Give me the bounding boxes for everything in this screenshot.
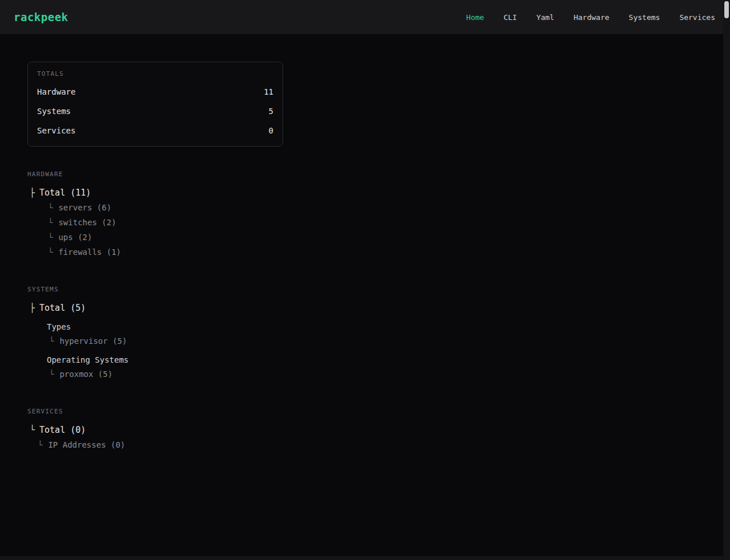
systems-group-types-title: Types: [47, 322, 703, 331]
totals-row-value: 5: [269, 107, 273, 116]
services-heading: SERVICES: [27, 408, 703, 415]
tree-leaf-icon: └: [38, 440, 42, 449]
tree-item-label: servers (6): [58, 203, 111, 212]
nav-links: Home CLI Yaml Hardware Systems Services: [466, 13, 715, 22]
tree-item-label: ups (2): [58, 233, 92, 242]
totals-row-label: Systems: [37, 107, 71, 116]
systems-group-types-items: └hypervisor (5): [49, 334, 703, 348]
tree-item-label: proxmox (5): [59, 370, 112, 379]
nav-item-hardware[interactable]: Hardware: [574, 13, 610, 22]
tree-leaf-icon: └: [48, 218, 53, 227]
top-navbar: rackpeek Home CLI Yaml Hardware Systems …: [0, 0, 730, 34]
hardware-total-label: Total (11): [39, 188, 91, 198]
tree-item-label: IP Addresses (0): [48, 440, 125, 449]
systems-total: ├Total (5): [27, 302, 703, 315]
nav-item-yaml[interactable]: Yaml: [537, 13, 554, 22]
hardware-item-ups: └ups (2): [48, 230, 703, 245]
systems-heading: SYSTEMS: [27, 286, 703, 293]
main-content: TOTALS Hardware 11 Systems 5 Services 0 …: [0, 34, 730, 506]
vertical-scrollbar[interactable]: [723, 0, 730, 560]
services-item-ip-addresses: └IP Addresses (0): [38, 437, 703, 452]
hardware-total: ├Total (11): [27, 186, 703, 200]
tree-leaf-icon: └: [48, 203, 53, 212]
totals-row-systems: Systems 5: [37, 102, 273, 121]
totals-row-label: Hardware: [37, 87, 75, 96]
nav-item-cli[interactable]: CLI: [503, 13, 517, 22]
systems-group-os-title: Operating Systems: [47, 355, 703, 364]
tree-leaf-icon: └: [49, 370, 54, 379]
totals-row-hardware: Hardware 11: [37, 82, 273, 102]
tree-branch-icon: ├: [30, 303, 35, 313]
totals-heading: TOTALS: [37, 70, 273, 78]
totals-row-label: Services: [37, 126, 75, 135]
services-total: └Total (0): [27, 424, 703, 437]
hardware-section: HARDWARE ├Total (11) └servers (6) └switc…: [27, 171, 703, 259]
tree-branch-icon: ├: [30, 188, 35, 198]
nav-item-home[interactable]: Home: [466, 13, 484, 22]
hardware-item-servers: └servers (6): [48, 200, 703, 215]
tree-item-label: switches (2): [58, 218, 116, 227]
systems-item-proxmox: └proxmox (5): [49, 367, 703, 382]
systems-section: SYSTEMS ├Total (5) Types └hypervisor (5)…: [27, 286, 703, 382]
hardware-item-switches: └switches (2): [48, 215, 703, 230]
nav-item-services[interactable]: Services: [679, 13, 715, 22]
nav-item-systems[interactable]: Systems: [629, 13, 660, 22]
totals-row-services: Services 0: [37, 121, 273, 140]
totals-row-value: 11: [264, 87, 273, 96]
tree-leaf-icon: └: [48, 233, 53, 242]
hardware-heading: HARDWARE: [27, 171, 703, 178]
systems-group-os-items: └proxmox (5): [49, 367, 703, 382]
systems-item-hypervisor: └hypervisor (5): [49, 334, 703, 348]
tree-item-label: hypervisor (5): [59, 336, 127, 346]
vertical-scrollbar-thumb[interactable]: [724, 1, 729, 18]
totals-card: TOTALS Hardware 11 Systems 5 Services 0: [27, 62, 283, 147]
hardware-item-firewalls: └firewalls (1): [48, 245, 703, 259]
totals-row-value: 0: [269, 126, 273, 135]
tree-item-label: firewalls (1): [58, 247, 121, 257]
tree-leaf-icon: └: [48, 247, 53, 257]
services-total-label: Total (0): [39, 425, 86, 435]
services-section: SERVICES └Total (0) └IP Addresses (0): [27, 408, 703, 452]
tree-branch-icon: └: [30, 425, 35, 435]
horizontal-scrollbar[interactable]: [0, 556, 723, 560]
systems-total-label: Total (5): [39, 303, 86, 313]
app-logo[interactable]: rackpeek: [14, 11, 68, 23]
tree-leaf-icon: └: [49, 336, 54, 346]
